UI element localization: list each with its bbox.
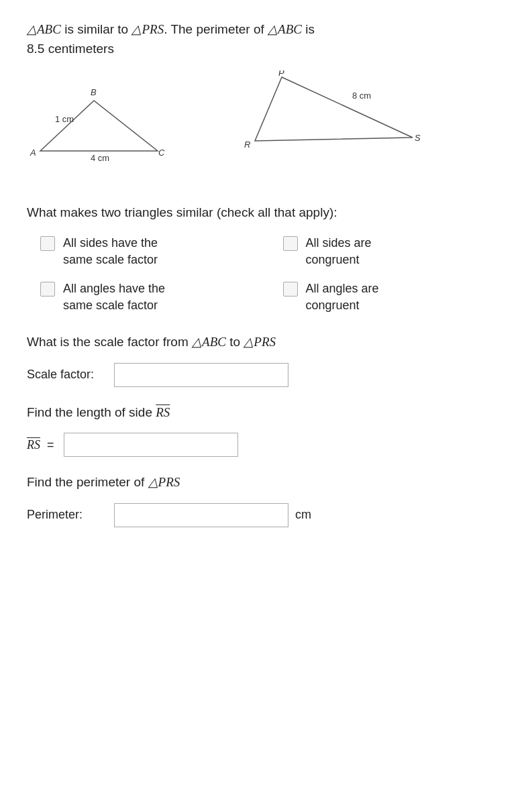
svg-text:R: R <box>244 140 250 150</box>
checkbox-all-angles-scale[interactable] <box>40 282 55 297</box>
question3-title: Find the length of side RS <box>27 403 505 423</box>
rs-input-row: RS = <box>27 433 505 457</box>
svg-marker-6 <box>255 77 413 141</box>
triangles-container: A B C 1 cm 4 cm P S R 8 cm <box>27 70 505 183</box>
option-all-sides-scale: All sides have thesame scale factor <box>40 235 263 268</box>
svg-text:B: B <box>91 87 97 97</box>
svg-text:1 cm: 1 cm <box>55 114 74 124</box>
perimeter-input-row: Perimeter: cm <box>27 503 505 527</box>
svg-text:P: P <box>278 70 284 78</box>
question2-title: What is the scale factor from △ABC to △P… <box>27 333 505 352</box>
question1-section: What makes two triangles similar (check … <box>27 203 505 314</box>
rs-overline-title: RS <box>156 405 170 419</box>
question4-section: Find the perimeter of △PRS Perimeter: cm <box>27 473 505 527</box>
svg-text:C: C <box>158 148 165 158</box>
triangle-prs: P S R 8 cm <box>215 70 423 183</box>
perimeter-value: 8.5 centimeters <box>27 42 114 56</box>
option-all-sides-congruent: All sides arecongruent <box>283 235 506 268</box>
perimeter-input[interactable] <box>114 503 288 527</box>
rs-equals: = <box>47 436 54 454</box>
question2-section: What is the scale factor from △ABC to △P… <box>27 333 505 387</box>
svg-text:8 cm: 8 cm <box>352 91 371 101</box>
cm-unit: cm <box>295 506 311 524</box>
checkbox-all-angles-congruent[interactable] <box>283 282 298 297</box>
problem-statement: △ABC is similar to △PRS. The perimeter o… <box>27 20 505 58</box>
statement-text: △ABC is similar to △PRS. The perimeter o… <box>27 22 315 36</box>
scale-factor-input[interactable] <box>114 363 288 387</box>
triangle-abc: A B C 1 cm 4 cm <box>27 80 174 173</box>
option-all-angles-scale: All angles have thesame scale factor <box>40 280 263 314</box>
option-label-4: All angles arecongruent <box>306 280 379 314</box>
perimeter-label: Perimeter: <box>27 506 107 524</box>
svg-text:S: S <box>415 133 421 143</box>
svg-text:4 cm: 4 cm <box>91 153 109 163</box>
option-all-angles-congruent: All angles arecongruent <box>283 280 506 314</box>
option-label-1: All sides have thesame scale factor <box>63 235 158 268</box>
checkbox-all-sides-scale[interactable] <box>40 236 55 251</box>
scale-factor-row: Scale factor: <box>27 363 505 387</box>
rs-input[interactable] <box>64 433 238 457</box>
svg-text:A: A <box>30 148 36 158</box>
checkboxes-grid: All sides have thesame scale factor All … <box>40 235 505 315</box>
option-label-2: All sides arecongruent <box>306 235 372 268</box>
triangle-prs-label: △PRS <box>148 475 180 489</box>
checkbox-all-sides-congruent[interactable] <box>283 236 298 251</box>
question3-section: Find the length of side RS RS = <box>27 403 505 458</box>
rs-label: RS <box>27 436 40 454</box>
svg-marker-0 <box>40 101 158 151</box>
question4-title: Find the perimeter of △PRS <box>27 473 505 492</box>
scale-factor-label: Scale factor: <box>27 366 107 384</box>
question1-title: What makes two triangles similar (check … <box>27 203 505 223</box>
option-label-3: All angles have thesame scale factor <box>63 280 165 314</box>
